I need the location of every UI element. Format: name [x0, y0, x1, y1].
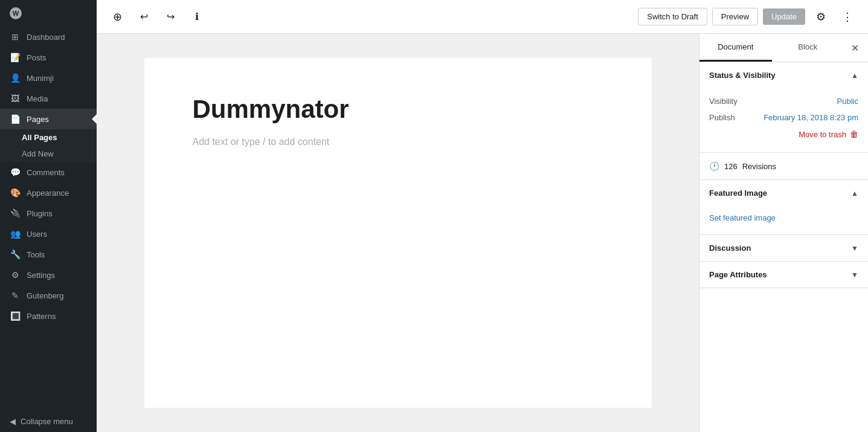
redo-icon: ↪	[167, 11, 175, 22]
featured-image-section: Featured Image ▲ Set featured image	[699, 180, 868, 235]
editor-content[interactable]: Dummynator Add text or type / to add con…	[97, 34, 699, 432]
tools-icon: 🔧	[10, 249, 21, 260]
publish-value[interactable]: February 18, 2018 8:23 pm	[764, 113, 858, 122]
redo-button[interactable]: ↪	[159, 6, 181, 28]
featured-image-header[interactable]: Featured Image ▲	[699, 180, 868, 206]
patterns-icon: 🔳	[10, 311, 21, 321]
sidebar-logo: W	[0, 0, 97, 27]
collapse-icon: ◀	[10, 417, 16, 426]
sidebar-item-pages[interactable]: 📄 Pages	[0, 109, 97, 129]
sidebar-item-add-new[interactable]: Add New	[0, 146, 97, 162]
wordpress-icon: W	[10, 7, 22, 19]
settings-icon: ⚙	[10, 269, 21, 280]
plugins-icon: 🔌	[10, 208, 21, 219]
sidebar-item-media[interactable]: 🖼 Media	[0, 88, 97, 109]
visibility-value[interactable]: Public	[837, 97, 858, 106]
set-featured-image-button[interactable]: Set featured image	[709, 211, 858, 225]
sidebar-item-posts[interactable]: 📝 Posts	[0, 47, 97, 68]
info-icon: ℹ	[195, 11, 199, 22]
media-icon: 🖼	[10, 93, 21, 104]
discussion-header[interactable]: Discussion ▼	[699, 235, 868, 261]
move-to-trash-button[interactable]: Move to trash	[799, 130, 846, 139]
sidebar: W ⊞ Dashboard 📝 Posts 👤 Munimji 🖼 Media …	[0, 0, 97, 432]
page-attributes-header[interactable]: Page Attributes ▼	[699, 262, 868, 288]
ellipsis-icon: ⋮	[842, 10, 853, 24]
add-block-button[interactable]: ⊕	[106, 6, 128, 28]
sidebar-item-gutenberg[interactable]: ✎ Gutenberg	[0, 285, 97, 306]
discussion-chevron-icon: ▼	[851, 244, 858, 253]
sidebar-item-tools[interactable]: 🔧 Tools	[0, 244, 97, 265]
sidebar-item-settings[interactable]: ⚙ Settings	[0, 265, 97, 285]
editor-container: Dummynator Add text or type / to add con…	[97, 34, 868, 432]
page-attributes-chevron-icon: ▼	[851, 271, 858, 279]
revisions-row[interactable]: 🕐 126 Revisions	[699, 153, 868, 180]
sidebar-item-appearance[interactable]: 🎨 Appearance	[0, 182, 97, 203]
panel-close-button[interactable]: ✕	[844, 37, 866, 59]
update-button[interactable]: Update	[763, 8, 805, 25]
gutenberg-icon: ✎	[10, 290, 21, 301]
featured-image-chevron-icon: ▲	[851, 189, 858, 198]
pages-submenu: All Pages Add New	[0, 129, 97, 162]
right-panel: Document Block ✕ Status & Visibility ▲ V…	[699, 34, 868, 432]
top-toolbar: ⊕ ↩ ↪ ℹ Switch to Draft Preview Update ⚙…	[97, 0, 868, 34]
editor-placeholder[interactable]: Add text or type / to add content	[193, 137, 603, 147]
move-trash-row: Move to trash 🗑	[709, 126, 858, 143]
page-title[interactable]: Dummynator	[193, 94, 603, 124]
posts-icon: 📝	[10, 52, 21, 63]
undo-button[interactable]: ↩	[133, 6, 155, 28]
revisions-label: Revisions	[742, 162, 776, 171]
featured-image-body: Set featured image	[699, 206, 868, 234]
sidebar-item-comments[interactable]: 💬 Comments	[0, 162, 97, 182]
status-visibility-body: Visibility Public Publish February 18, 2…	[699, 88, 868, 152]
collapse-menu-button[interactable]: ◀ Collapse menu	[0, 411, 97, 432]
publish-row: Publish February 18, 2018 8:23 pm	[709, 109, 858, 126]
trash-icon: 🗑	[850, 129, 858, 139]
undo-icon: ↩	[140, 11, 148, 22]
main-area: ⊕ ↩ ↪ ℹ Switch to Draft Preview Update ⚙…	[97, 0, 868, 432]
pages-arrow	[92, 114, 97, 124]
status-chevron-icon: ▲	[851, 71, 858, 80]
revisions-clock-icon: 🕐	[709, 161, 719, 171]
preview-button[interactable]: Preview	[712, 8, 758, 25]
sidebar-item-all-pages[interactable]: All Pages	[0, 129, 97, 146]
header-right: Switch to Draft Preview Update ⚙ ⋮	[638, 6, 858, 28]
sidebar-item-patterns[interactable]: 🔳 Patterns	[0, 306, 97, 326]
add-icon: ⊕	[113, 10, 122, 24]
discussion-section: Discussion ▼	[699, 235, 868, 262]
sidebar-item-plugins[interactable]: 🔌 Plugins	[0, 203, 97, 224]
more-options-button[interactable]: ⋮	[837, 6, 858, 28]
munimji-icon: 👤	[10, 73, 21, 83]
pages-icon: 📄	[10, 114, 21, 124]
dashboard-icon: ⊞	[10, 31, 21, 42]
status-visibility-header[interactable]: Status & Visibility ▲	[699, 62, 868, 88]
gear-icon: ⚙	[816, 10, 826, 24]
sidebar-item-users[interactable]: 👥 Users	[0, 224, 97, 244]
status-visibility-section: Status & Visibility ▲ Visibility Public …	[699, 62, 868, 153]
info-button[interactable]: ℹ	[186, 6, 208, 28]
tab-block[interactable]: Block	[772, 34, 844, 62]
comments-icon: 💬	[10, 167, 21, 178]
switch-to-draft-button[interactable]: Switch to Draft	[638, 8, 707, 25]
sidebar-item-munimji[interactable]: 👤 Munimji	[0, 68, 97, 88]
panel-tabs: Document Block ✕	[699, 34, 868, 62]
visibility-row: Visibility Public	[709, 93, 858, 109]
page-attributes-section: Page Attributes ▼	[699, 262, 868, 288]
settings-panel-button[interactable]: ⚙	[810, 6, 832, 28]
users-icon: 👥	[10, 228, 21, 239]
tab-document[interactable]: Document	[699, 34, 772, 62]
revisions-count: 126	[724, 162, 738, 171]
editor-inner: Dummynator Add text or type / to add con…	[144, 58, 652, 408]
sidebar-item-dashboard[interactable]: ⊞ Dashboard	[0, 27, 97, 47]
appearance-icon: 🎨	[10, 187, 21, 198]
